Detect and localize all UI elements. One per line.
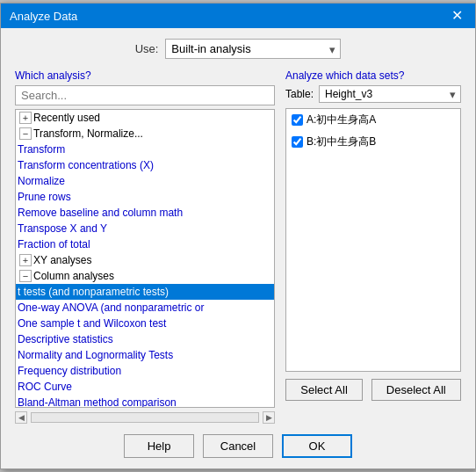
right-panel: Analyze which data sets? Table: Height_v… xyxy=(285,69,461,425)
table-dropdown: Height_v3 xyxy=(319,85,461,103)
which-analysis-label: Which analysis? xyxy=(15,69,275,82)
tree-item-transform-item[interactable]: Transform xyxy=(16,142,274,157)
select-deselect-row: Select All Deselect All xyxy=(285,379,461,401)
title-bar: Analyze Data ✕ xyxy=(1,4,475,28)
tree-item-transform-conc[interactable]: Transform concentrations (X) xyxy=(16,157,274,173)
tree-group-label: Recently used xyxy=(33,112,100,124)
left-panel: Which analysis? +Recently used−Transform… xyxy=(15,69,275,425)
ok-button[interactable]: OK xyxy=(282,434,352,458)
two-col-layout: Which analysis? +Recently used−Transform… xyxy=(15,69,461,425)
tree-item-t-tests[interactable]: t tests (and nonparametric tests) xyxy=(16,284,274,300)
collapse-icon[interactable]: − xyxy=(19,127,32,140)
collapse-icon[interactable]: − xyxy=(19,270,32,282)
table-select-row: Table: Height_v3 xyxy=(285,85,461,103)
tree-item-column-analyses[interactable]: −Column analyses xyxy=(16,268,274,284)
tree-item-prune-rows[interactable]: Prune rows xyxy=(16,189,274,205)
tree-item-roc[interactable]: ROC Curve xyxy=(16,379,274,395)
expand-icon[interactable]: + xyxy=(19,254,32,266)
help-button[interactable]: Help xyxy=(124,434,194,458)
dataset-row-a-dataset: A:初中生身高A xyxy=(286,109,460,131)
close-button[interactable]: ✕ xyxy=(448,9,466,23)
expand-icon[interactable]: + xyxy=(19,112,32,124)
tree-group-label: XY analyses xyxy=(33,254,92,266)
dataset-label-a-dataset: A:初中生身高A xyxy=(307,113,376,127)
tree-item-oneway-anova[interactable]: One-way ANOVA (and nonparametric or xyxy=(16,300,274,316)
analysis-tree[interactable]: +Recently used−Transform, Normalize...Tr… xyxy=(15,109,275,408)
tree-item-normalize[interactable]: Normalize xyxy=(16,173,274,189)
use-select[interactable]: Built-in analysis xyxy=(165,39,341,59)
datasets-box: A:初中生身高AB:初中生身高B xyxy=(285,108,461,372)
tree-item-bland-altman[interactable]: Bland-Altman method comparison xyxy=(16,395,274,408)
tree-item-transpose[interactable]: Transpose X and Y xyxy=(16,221,274,236)
use-label: Use: xyxy=(135,42,159,55)
footer-buttons: Help Cancel OK xyxy=(15,434,461,458)
tree-item-transform[interactable]: −Transform, Normalize... xyxy=(16,126,274,142)
dialog-body: Use: Built-in analysis Which analysis? +… xyxy=(1,28,475,468)
select-all-button[interactable]: Select All xyxy=(285,379,362,401)
table-select[interactable]: Height_v3 xyxy=(319,85,461,103)
cancel-button[interactable]: Cancel xyxy=(203,434,273,458)
table-label: Table: xyxy=(285,88,314,100)
scroll-left-arrow[interactable]: ◀ xyxy=(15,411,27,424)
scroll-right-arrow[interactable]: ▶ xyxy=(263,411,275,424)
tree-item-descriptive[interactable]: Descriptive statistics xyxy=(16,331,274,347)
tree-group-label: Transform, Normalize... xyxy=(33,127,143,140)
tree-item-one-sample[interactable]: One sample t and Wilcoxon test xyxy=(16,316,274,331)
dialog-title: Analyze Data xyxy=(10,10,77,23)
dataset-checkbox-b-dataset[interactable] xyxy=(292,136,303,148)
tree-item-remove-baseline[interactable]: Remove baseline and column math xyxy=(16,205,274,221)
tree-item-fraction[interactable]: Fraction of total xyxy=(16,236,274,252)
analyze-which-label: Analyze which data sets? xyxy=(285,69,461,82)
hscroll-track[interactable] xyxy=(31,412,259,423)
tree-item-recently-used[interactable]: +Recently used xyxy=(16,110,274,126)
tree-item-normality[interactable]: Normality and Lognormality Tests xyxy=(16,347,274,363)
use-select-wrapper: Built-in analysis xyxy=(165,39,341,59)
tree-item-frequency[interactable]: Frequency distribution xyxy=(16,363,274,379)
tree-item-xy-analyses[interactable]: +XY analyses xyxy=(16,252,274,268)
search-input[interactable] xyxy=(15,85,275,105)
analyze-data-dialog: Analyze Data ✕ Use: Built-in analysis Wh… xyxy=(0,3,476,469)
horizontal-scroll-area: ◀ ▶ xyxy=(15,410,275,425)
use-row: Use: Built-in analysis xyxy=(15,39,461,59)
deselect-all-button[interactable]: Deselect All xyxy=(371,379,461,401)
dataset-checkbox-a-dataset[interactable] xyxy=(292,114,303,126)
dataset-label-b-dataset: B:初中生身高B xyxy=(307,134,376,149)
dataset-row-b-dataset: B:初中生身高B xyxy=(286,131,460,153)
tree-group-label: Column analyses xyxy=(33,270,114,282)
